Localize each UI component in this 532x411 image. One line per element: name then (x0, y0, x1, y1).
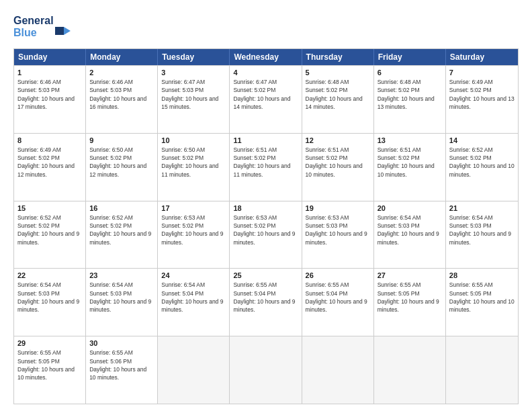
calendar-cell: 13 Sunrise: 6:51 AM Sunset: 5:02 PM Dayl… (374, 134, 446, 201)
day-info: Sunrise: 6:49 AM Sunset: 5:02 PM Dayligh… (449, 78, 515, 111)
calendar-cell: 8 Sunrise: 6:49 AM Sunset: 5:02 PM Dayli… (14, 134, 86, 201)
day-number: 23 (89, 271, 154, 279)
calendar-row-4: 22 Sunrise: 6:54 AM Sunset: 5:03 PM Dayl… (14, 268, 518, 336)
day-info: Sunrise: 6:48 AM Sunset: 5:02 PM Dayligh… (378, 78, 442, 111)
day-number: 28 (449, 271, 515, 279)
day-info: Sunrise: 6:53 AM Sunset: 5:02 PM Dayligh… (233, 214, 298, 246)
calendar: Sunday Monday Tuesday Wednesday Thursday… (13, 48, 519, 404)
day-info: Sunrise: 6:55 AM Sunset: 5:05 PM Dayligh… (378, 281, 442, 314)
day-info: Sunrise: 6:54 AM Sunset: 5:04 PM Dayligh… (161, 281, 226, 314)
day-info: Sunrise: 6:55 AM Sunset: 5:04 PM Dayligh… (233, 281, 298, 314)
day-info: Sunrise: 6:47 AM Sunset: 5:03 PM Dayligh… (161, 78, 226, 111)
day-number: 22 (17, 271, 82, 279)
day-info: Sunrise: 6:46 AM Sunset: 5:03 PM Dayligh… (17, 78, 82, 111)
day-number: 18 (233, 204, 298, 212)
calendar-header: Sunday Monday Tuesday Wednesday Thursday… (14, 49, 518, 65)
calendar-cell: 25 Sunrise: 6:55 AM Sunset: 5:04 PM Dayl… (230, 269, 302, 336)
day-number: 24 (161, 271, 226, 279)
day-number: 9 (89, 136, 154, 144)
day-number: 17 (161, 204, 226, 212)
day-info: Sunrise: 6:51 AM Sunset: 5:02 PM Dayligh… (233, 146, 298, 179)
calendar-cell: 28 Sunrise: 6:55 AM Sunset: 5:05 PM Dayl… (446, 269, 518, 336)
calendar-cell: 2 Sunrise: 6:46 AM Sunset: 5:03 PM Dayli… (86, 66, 158, 133)
calendar-cell: 5 Sunrise: 6:48 AM Sunset: 5:02 PM Dayli… (302, 66, 374, 133)
day-number: 3 (161, 68, 226, 77)
calendar-cell: 12 Sunrise: 6:51 AM Sunset: 5:02 PM Dayl… (302, 134, 374, 201)
header: General Blue (13, 12, 519, 43)
day-info: Sunrise: 6:55 AM Sunset: 5:06 PM Dayligh… (89, 349, 154, 381)
calendar-cell (374, 336, 446, 404)
weekday-monday: Monday (86, 49, 158, 65)
day-info: Sunrise: 6:53 AM Sunset: 5:02 PM Dayligh… (161, 214, 226, 246)
calendar-cell: 17 Sunrise: 6:53 AM Sunset: 5:02 PM Dayl… (158, 201, 230, 269)
weekday-friday: Friday (374, 49, 446, 65)
day-number: 12 (306, 136, 370, 144)
calendar-cell: 3 Sunrise: 6:47 AM Sunset: 5:03 PM Dayli… (158, 66, 230, 133)
day-number: 20 (378, 204, 442, 212)
weekday-saturday: Saturday (446, 49, 518, 65)
day-info: Sunrise: 6:53 AM Sunset: 5:03 PM Dayligh… (306, 214, 370, 246)
day-info: Sunrise: 6:55 AM Sunset: 5:05 PM Dayligh… (449, 281, 515, 314)
day-number: 5 (306, 68, 370, 77)
day-number: 26 (306, 271, 370, 279)
day-info: Sunrise: 6:54 AM Sunset: 5:03 PM Dayligh… (89, 281, 154, 314)
day-number: 11 (233, 136, 298, 144)
calendar-cell: 11 Sunrise: 6:51 AM Sunset: 5:02 PM Dayl… (230, 134, 302, 201)
day-number: 16 (89, 204, 154, 212)
day-info: Sunrise: 6:52 AM Sunset: 5:02 PM Dayligh… (449, 146, 515, 179)
calendar-row-5: 29 Sunrise: 6:55 AM Sunset: 5:05 PM Dayl… (14, 336, 518, 404)
weekday-wednesday: Wednesday (230, 49, 302, 65)
day-info: Sunrise: 6:47 AM Sunset: 5:02 PM Dayligh… (233, 78, 298, 111)
day-number: 7 (449, 68, 515, 77)
weekday-tuesday: Tuesday (158, 49, 230, 65)
day-number: 10 (161, 136, 226, 144)
calendar-cell: 29 Sunrise: 6:55 AM Sunset: 5:05 PM Dayl… (14, 336, 86, 404)
calendar-cell (230, 336, 302, 404)
calendar-row-2: 8 Sunrise: 6:49 AM Sunset: 5:02 PM Dayli… (14, 133, 518, 201)
calendar-cell: 7 Sunrise: 6:49 AM Sunset: 5:02 PM Dayli… (446, 66, 518, 133)
calendar-row-3: 15 Sunrise: 6:52 AM Sunset: 5:02 PM Dayl… (14, 201, 518, 269)
day-info: Sunrise: 6:52 AM Sunset: 5:02 PM Dayligh… (89, 214, 154, 246)
weekday-sunday: Sunday (14, 49, 86, 65)
svg-marker-2 (64, 27, 71, 35)
calendar-cell: 15 Sunrise: 6:52 AM Sunset: 5:02 PM Dayl… (14, 201, 86, 269)
day-number: 2 (89, 68, 154, 77)
calendar-cell: 9 Sunrise: 6:50 AM Sunset: 5:02 PM Dayli… (86, 134, 158, 201)
logo: General Blue (13, 12, 74, 43)
calendar-cell: 27 Sunrise: 6:55 AM Sunset: 5:05 PM Dayl… (374, 269, 446, 336)
day-number: 13 (378, 136, 442, 144)
calendar-cell: 14 Sunrise: 6:52 AM Sunset: 5:02 PM Dayl… (446, 134, 518, 201)
weekday-thursday: Thursday (302, 49, 374, 65)
day-info: Sunrise: 6:49 AM Sunset: 5:02 PM Dayligh… (17, 146, 82, 179)
day-info: Sunrise: 6:52 AM Sunset: 5:02 PM Dayligh… (17, 214, 82, 246)
calendar-cell: 24 Sunrise: 6:54 AM Sunset: 5:04 PM Dayl… (158, 269, 230, 336)
day-info: Sunrise: 6:48 AM Sunset: 5:02 PM Dayligh… (306, 78, 370, 111)
calendar-cell (302, 336, 374, 404)
day-number: 6 (378, 68, 442, 77)
calendar-row-1: 1 Sunrise: 6:46 AM Sunset: 5:03 PM Dayli… (14, 65, 518, 133)
day-number: 25 (233, 271, 298, 279)
day-info: Sunrise: 6:55 AM Sunset: 5:05 PM Dayligh… (17, 349, 82, 381)
day-info: Sunrise: 6:54 AM Sunset: 5:03 PM Dayligh… (449, 214, 515, 246)
calendar-cell: 16 Sunrise: 6:52 AM Sunset: 5:02 PM Dayl… (86, 201, 158, 269)
day-number: 1 (17, 68, 82, 77)
day-number: 4 (233, 68, 298, 77)
day-info: Sunrise: 6:51 AM Sunset: 5:02 PM Dayligh… (306, 146, 370, 179)
calendar-cell: 19 Sunrise: 6:53 AM Sunset: 5:03 PM Dayl… (302, 201, 374, 269)
page: General Blue Sunday Monday Tuesday Wedne… (0, 0, 532, 411)
day-number: 15 (17, 204, 82, 212)
calendar-cell (158, 336, 230, 404)
day-number: 27 (378, 271, 442, 279)
svg-marker-1 (55, 27, 64, 35)
calendar-body: 1 Sunrise: 6:46 AM Sunset: 5:03 PM Dayli… (14, 65, 518, 404)
day-info: Sunrise: 6:54 AM Sunset: 5:03 PM Dayligh… (17, 281, 82, 314)
day-number: 8 (17, 136, 82, 144)
calendar-cell: 30 Sunrise: 6:55 AM Sunset: 5:06 PM Dayl… (86, 336, 158, 404)
day-info: Sunrise: 6:50 AM Sunset: 5:02 PM Dayligh… (161, 146, 226, 179)
day-number: 21 (449, 204, 515, 212)
calendar-cell: 23 Sunrise: 6:54 AM Sunset: 5:03 PM Dayl… (86, 269, 158, 336)
day-number: 14 (449, 136, 515, 144)
day-info: Sunrise: 6:50 AM Sunset: 5:02 PM Dayligh… (89, 146, 154, 179)
day-number: 29 (17, 339, 82, 347)
svg-text:Blue: Blue (13, 27, 37, 38)
